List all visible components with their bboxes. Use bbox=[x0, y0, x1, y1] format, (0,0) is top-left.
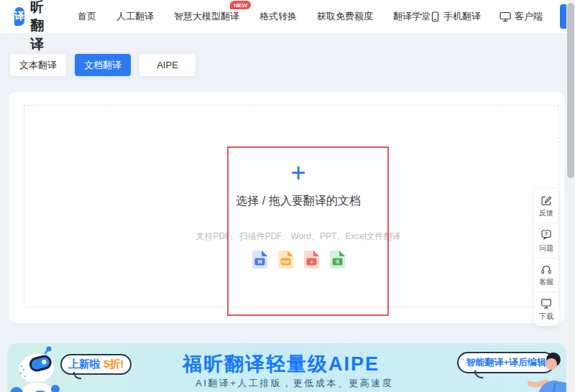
customer-service-label: 客服 bbox=[539, 277, 553, 287]
promo-speech-bubble: 上新啦5折! bbox=[60, 354, 132, 375]
nav-item-llm-translation[interactable]: 智慧大模型翻译 NEW bbox=[174, 10, 239, 23]
feedback-label: 反馈 bbox=[539, 208, 553, 218]
customer-service-button[interactable]: 客服 bbox=[534, 258, 558, 291]
monitor-icon bbox=[500, 11, 511, 22]
mobile-translate-link[interactable]: 手机翻译 bbox=[431, 10, 481, 23]
top-navbar: 译 福昕翻译 首页 人工翻译 智慧大模型翻译 NEW 格式转换 获取免费额度 翻… bbox=[0, 0, 566, 33]
vertical-scrollbar[interactable] bbox=[566, 0, 575, 392]
edit-icon bbox=[540, 195, 552, 206]
monitor-download-icon bbox=[540, 298, 552, 309]
tab-text-translate[interactable]: 文本翻译 bbox=[10, 54, 66, 76]
nav-utilities: 手机翻译 客户端 bbox=[431, 10, 543, 23]
questions-button[interactable]: ? 问题 bbox=[534, 223, 558, 258]
svg-text:?: ? bbox=[545, 231, 548, 236]
nav-item-human-translation[interactable]: 人工翻译 bbox=[116, 10, 154, 23]
banner-title: 福昕翻译轻量级AIPE bbox=[183, 351, 380, 377]
floating-side-toolbar: 反馈 ? 问题 客服 下载 bbox=[534, 189, 558, 326]
nav-item-free-quota[interactable]: 获取免费额度 bbox=[317, 10, 373, 23]
scrollbar-thumb[interactable] bbox=[567, 3, 574, 178]
nav-item-format-convert[interactable]: 格式转换 bbox=[259, 10, 297, 23]
person-illustration bbox=[528, 350, 566, 392]
download-label: 下载 bbox=[539, 312, 553, 322]
foxit-translate-page: 译 福昕翻译 首页 人工翻译 智慧大模型翻译 NEW 格式转换 获取免费额度 翻… bbox=[0, 0, 575, 392]
banner-subtitle: AI翻译+人工排版，更低成本、更高速度 bbox=[196, 377, 393, 390]
nav-item-home[interactable]: 首页 bbox=[78, 10, 96, 23]
nav-item-translate-school[interactable]: 翻译学堂 bbox=[393, 10, 431, 23]
tab-aipe[interactable]: AIPE bbox=[139, 54, 196, 76]
new-badge: NEW bbox=[230, 1, 251, 9]
desktop-client-link[interactable]: 客户端 bbox=[500, 10, 543, 23]
feedback-button[interactable]: 反馈 bbox=[534, 189, 558, 223]
desktop-client-label: 客户端 bbox=[515, 10, 543, 23]
download-client-button[interactable]: 下载 bbox=[534, 291, 558, 326]
red-highlight-annotation bbox=[227, 146, 389, 316]
tab-document-translate[interactable]: 文档翻译 bbox=[75, 54, 131, 76]
questions-label: 问题 bbox=[539, 243, 553, 253]
promo-prefix-text: 上新啦 bbox=[68, 358, 101, 370]
headset-icon bbox=[540, 264, 552, 275]
main-nav: 首页 人工翻译 智慧大模型翻译 NEW 格式转换 获取免费额度 翻译学堂 bbox=[78, 10, 431, 23]
promo-banner[interactable]: 上新啦5折! 福昕翻译轻量级AIPE AI翻译+人工排版，更低成本、更高速度 智… bbox=[7, 343, 566, 392]
phone-icon bbox=[431, 11, 440, 22]
mobile-translate-label: 手机翻译 bbox=[443, 10, 481, 23]
mode-tabs: 文本翻译 文档翻译 AIPE bbox=[10, 54, 196, 76]
promo-discount-text: 5折! bbox=[104, 358, 124, 370]
nav-item-label: 智慧大模型翻译 bbox=[174, 11, 239, 22]
robot-mascot-illustration bbox=[10, 345, 68, 392]
brand-name: 福昕翻译 bbox=[30, 0, 53, 54]
brand-logo[interactable]: 译 福昕翻译 bbox=[14, 0, 53, 54]
question-bubble-icon: ? bbox=[540, 229, 552, 241]
translate-logo-icon: 译 bbox=[14, 7, 24, 26]
